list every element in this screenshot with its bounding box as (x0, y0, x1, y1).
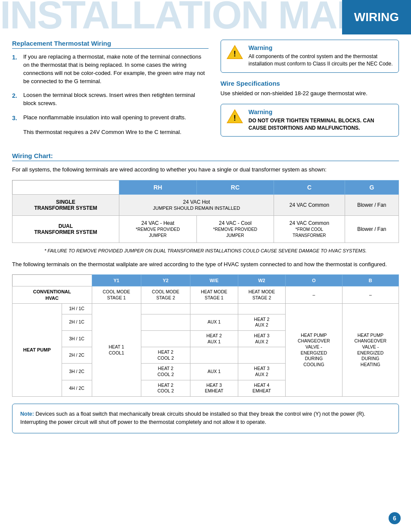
hp-3h2c-y2: HEAT 2COOL 2 (141, 364, 190, 380)
table2-th-w2: W2 (238, 275, 286, 286)
dual-c: 24 VAC Common*FROM COOLTRANSFORMER (274, 215, 345, 243)
hp-4h2c-w2: HEAT 4EMHEAT (238, 380, 286, 396)
step-3: 3. Place nonflammable insulation into wa… (12, 114, 209, 122)
main-content: Replacement Thermostat Wiring 1. If you … (0, 34, 411, 442)
note-text: Devices such as a float switch that mech… (20, 411, 365, 425)
table1-footnote: * FAILURE TO REMOVE PROVIDED JUMPER ON D… (12, 248, 399, 253)
wire-specs-text: Use shielded or non-shielded 18-22 gauge… (221, 90, 399, 98)
single-c: 24 VAC Common (274, 194, 345, 215)
hp-y1: HEAT 1COOL1 (92, 304, 141, 397)
conv-b: – (342, 286, 399, 304)
step-2-num: 2. (12, 91, 20, 108)
hp-3h1c-w2: HEAT 3AUX 2 (238, 330, 286, 347)
table2-th-empty (12, 275, 92, 286)
warning-2-content: Warning DO NOT OVER TIGHTEN TERMINAL BLO… (249, 109, 393, 132)
page-number: 6 (389, 512, 401, 524)
step-2-text: Loosen the terminal block screws. Insert… (23, 91, 209, 108)
left-column: Replacement Thermostat Wiring 1. If you … (12, 40, 209, 143)
step-3-num: 3. (12, 114, 20, 122)
step-1-text: If you are replacing a thermostat, make … (23, 53, 209, 85)
warning-triangle-svg-1: ! (226, 44, 243, 60)
hp-2h2c-y2: HEAT 2COOL 2 (141, 347, 190, 364)
hp-sub-1h1c: 1H / 1C (62, 304, 92, 314)
svg-text:!: ! (234, 114, 236, 122)
hp-sub-4h2c: 4H / 2C (62, 380, 92, 396)
single-g: Blower / Fan (345, 194, 399, 215)
warning-box-2: ! Warning DO NOT OVER TIGHTEN TERMINAL B… (221, 104, 399, 137)
warning-box-1: ! Warning All components of the control … (221, 40, 399, 73)
step-1-num: 1. (12, 53, 20, 85)
hp-2h2c-w2 (238, 347, 286, 364)
warning-2-text: DO NOT OVER TIGHTEN TERMINAL BLOCKS. CAN… (249, 117, 393, 132)
table2-th-o: O (286, 275, 342, 286)
table1-header-row: RH RC C G (12, 180, 399, 194)
table2-header-row: Y1 Y2 W/E W2 O B (12, 275, 399, 286)
table2-th-y2: Y2 (141, 275, 190, 286)
table1-th-rc: RC (196, 180, 274, 194)
dual-label: DUALTRANSFORMER SYSTEM (12, 215, 119, 243)
wire-specs-title: Wire Specifications (221, 80, 399, 87)
hvac-type-table: Y1 Y2 W/E W2 O B CONVENTIONALHVAC COOL M… (12, 274, 399, 397)
conventional-label: CONVENTIONALHVAC (12, 286, 92, 304)
single-rh-rc: 24 VAC HotJUMPER SHOULD REMAIN INSTALLED (119, 194, 274, 215)
hp-4h2c-y2: HEAT 2COOL 2 (141, 380, 190, 396)
conv-we: HEAT MODESTAGE 1 (190, 286, 238, 304)
note-label: Note: (20, 411, 34, 417)
replacement-wiring-title: Replacement Thermostat Wiring (12, 40, 209, 49)
table2-th-we: W/E (190, 275, 238, 286)
svg-text:!: ! (234, 50, 236, 58)
dual-transformer-row: DUALTRANSFORMER SYSTEM 24 VAC - Heat*REM… (12, 215, 399, 243)
hp-3h1c-we: HEAT 2AUX 1 (190, 330, 238, 347)
table2-th-b: B (342, 275, 399, 286)
step-2: 2. Loosen the terminal block screws. Ins… (12, 91, 209, 108)
hp-sub-2h2c: 2H / 2C (62, 347, 92, 364)
single-label: SINGLETRANSFORMER SYSTEM (12, 194, 119, 215)
hp-sub-3h1c: 3H / 1C (62, 330, 92, 347)
hp-3h1c-y2 (141, 330, 190, 347)
hp-1h1c-we (190, 304, 238, 314)
chart-desc: For all systems, the following terminals… (12, 165, 399, 174)
dual-rh: 24 VAC - Heat*REMOVE PROVIDEDJUMPER (119, 215, 196, 243)
wiring-chart-title: Wiring Chart: (12, 152, 399, 161)
dual-rc: 24 VAC - Cool*REMOVE PROVIDEDJUMPER (196, 215, 274, 243)
conv-o: – (286, 286, 342, 304)
hp-b: HEAT PUMPCHANGEOVERVALVE -ENERGIZEDDURIN… (342, 304, 399, 397)
hp-2h1c-y2 (141, 314, 190, 330)
heat-pump-label: HEAT PUMP (12, 304, 62, 397)
hp-2h2c-we (190, 347, 238, 364)
hp-3h2c-we: AUX 1 (190, 364, 238, 380)
single-transformer-row: SINGLETRANSFORMER SYSTEM 24 VAC HotJUMPE… (12, 194, 399, 215)
page-header: INSTALLATION MAN WIRING (0, 0, 411, 34)
extra-text: This thermostat requires a 24V Common Wi… (12, 128, 209, 137)
header-bg-text: INSTALLATION MAN (0, 0, 364, 34)
table1-th-g: G (345, 180, 399, 194)
warning-icon-1: ! (226, 44, 243, 60)
conv-y2: COOL MODESTAGE 2 (141, 286, 190, 304)
top-two-col: Replacement Thermostat Wiring 1. If you … (12, 40, 399, 143)
warning-icon-2: ! (226, 109, 243, 124)
conventional-row: CONVENTIONALHVAC COOL MODESTAGE 1 COOL M… (12, 286, 399, 304)
right-column: ! Warning All components of the control … (221, 40, 399, 143)
hp-sub-3h2c: 3H / 2C (62, 364, 92, 380)
step-1: 1. If you are replacing a thermostat, ma… (12, 53, 209, 85)
chart-desc2: The following terminals on the thermosta… (12, 260, 399, 269)
table1-th-c: C (274, 180, 345, 194)
hp-sub-2h1c: 2H / 1C (62, 314, 92, 330)
hp-2h1c-w2: HEAT 2AUX 2 (238, 314, 286, 330)
hp-2h1c-we: AUX 1 (190, 314, 238, 330)
transformer-table-wrap: RH RC C G SINGLETRANSFORMER SYSTEM 24 VA… (12, 180, 399, 243)
conv-y1: COOL MODESTAGE 1 (92, 286, 141, 304)
note-box: Note: Devices such as a float switch tha… (12, 404, 399, 433)
hp-4h2c-we: HEAT 3EMHEAT (190, 380, 238, 396)
hp-1h1c: HEAT PUMP 1H / 1C HEAT 1COOL1 HEAT PUMPC… (12, 304, 399, 314)
hp-3h2c-w2: HEAT 3AUX 2 (238, 364, 286, 380)
transformer-table: RH RC C G SINGLETRANSFORMER SYSTEM 24 VA… (12, 180, 399, 243)
hp-1h1c-y2 (141, 304, 190, 314)
warning-2-title: Warning (249, 109, 393, 115)
hp-1h1c-w2 (238, 304, 286, 314)
steps-list: 1. If you are replacing a thermostat, ma… (12, 53, 209, 122)
wiring-badge: WIRING (342, 0, 411, 34)
warning-1-text: All components of the control system and… (249, 53, 393, 68)
warning-1-title: Warning (249, 44, 393, 51)
conv-w2: HEAT MODESTAGE 2 (238, 286, 286, 304)
